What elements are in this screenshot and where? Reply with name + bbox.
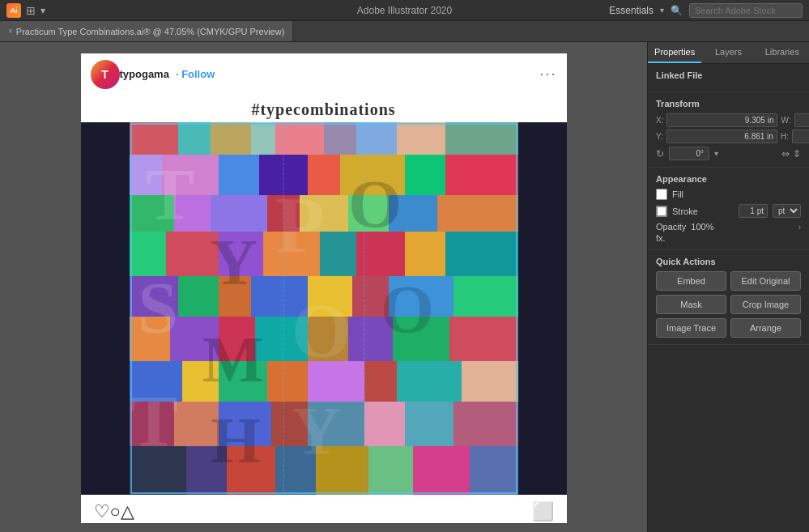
svg-rect-8 — [397, 122, 445, 155]
stroke-label: Stroke — [672, 206, 734, 216]
svg-rect-16 — [405, 155, 445, 195]
yw-row: Y: H: — [656, 130, 801, 143]
comment-icon[interactable]: ○ — [110, 501, 121, 522]
svg-text:O: O — [348, 166, 402, 242]
svg-rect-6 — [324, 122, 356, 155]
xy-row: X: W: — [656, 113, 801, 127]
bookmark-icon[interactable]: ⬜ — [532, 501, 554, 522]
svg-rect-1 — [130, 122, 178, 155]
svg-rect-32 — [405, 232, 445, 276]
transform-section: Transform X: W: Y: H: ↻ ▾ ⇔ — [648, 92, 809, 168]
quick-actions-section: Quick Actions Embed Edit Original Mask C… — [648, 250, 809, 345]
fill-label: Fill — [672, 189, 801, 199]
edit-original-button[interactable]: Edit Original — [730, 271, 801, 291]
w-input[interactable] — [794, 113, 810, 127]
more-options-icon[interactable]: ··· — [539, 66, 556, 83]
flip-h-icon[interactable]: ⇔ — [781, 148, 790, 160]
tab-label: Practicum Type Combinations.ai® @ 47.05%… — [16, 27, 284, 36]
grid-icon[interactable]: ⊞ — [26, 4, 36, 17]
username-area: typogama · Follow — [120, 68, 215, 80]
svg-rect-55 — [364, 361, 397, 402]
app-title-center: Adobe Illustrator 2020 — [357, 5, 452, 16]
stroke-swatch[interactable] — [656, 206, 667, 217]
embed-button[interactable]: Embed — [656, 271, 726, 291]
svg-text:Y: Y — [292, 393, 341, 469]
instagram-post: T typogama · Follow ··· #typecombination… — [81, 53, 567, 523]
rotation-row: ↻ ▾ ⇔ ⇕ — [656, 147, 801, 160]
share-icon[interactable]: △ — [121, 501, 134, 522]
w-label: W: — [781, 116, 790, 125]
panel-tabs: Properties Layers Libraries — [648, 42, 809, 64]
svg-text:T: T — [130, 381, 178, 462]
svg-rect-57 — [462, 361, 518, 402]
search-stock-icon: 🔍 — [671, 5, 683, 16]
y-input[interactable] — [666, 130, 777, 143]
arrange-button[interactable]: Arrange — [730, 318, 801, 338]
stroke-weight-input[interactable] — [739, 204, 768, 218]
nav-dropdown[interactable]: ▾ — [40, 5, 45, 16]
tab-bar: × Practicum Type Combinations.ai® @ 47.0… — [0, 21, 809, 42]
svg-rect-5 — [275, 122, 324, 155]
insta-footer: ♡ ○ △ ⬜ — [81, 495, 567, 523]
h-label: H: — [781, 132, 789, 141]
tab-properties[interactable]: Properties — [648, 42, 701, 63]
h-input[interactable] — [792, 130, 809, 143]
svg-rect-3 — [211, 122, 251, 155]
follow-link[interactable]: · Follow — [176, 68, 215, 80]
svg-rect-49 — [449, 317, 518, 361]
stroke-unit-select[interactable]: pt — [773, 204, 801, 218]
svg-rect-17 — [445, 155, 518, 195]
canvas-area[interactable]: T typogama · Follow ··· #typecombination… — [0, 42, 647, 532]
svg-text:T: T — [146, 155, 194, 235]
svg-rect-56 — [397, 361, 462, 402]
linked-file-section: Linked File — [648, 64, 809, 92]
svg-rect-63 — [364, 402, 405, 446]
right-panel: Properties Layers Libraries Linked File … — [647, 42, 809, 532]
glitch-svg: T Y P O S M O O T H Y — [81, 122, 567, 495]
glitch-image: T Y P O S M O O T H Y — [81, 122, 567, 495]
svg-text:M: M — [202, 324, 264, 395]
tab-layers[interactable]: Layers — [701, 42, 755, 63]
stroke-row: Stroke pt — [656, 204, 801, 218]
rotation-icon: ↻ — [656, 148, 664, 160]
opacity-label: Opacity — [656, 222, 686, 232]
opacity-value: 100% — [691, 222, 793, 232]
svg-rect-4 — [251, 122, 275, 155]
fx-label: fx. — [656, 233, 801, 243]
crop-image-button[interactable]: Crop Image — [730, 295, 801, 314]
svg-text:O: O — [381, 271, 434, 347]
fill-swatch[interactable] — [656, 189, 667, 200]
quick-actions-grid: Embed Edit Original Mask Crop Image Imag… — [656, 271, 801, 338]
search-stock-input[interactable] — [689, 3, 803, 18]
x-input[interactable] — [666, 113, 777, 127]
post-title: #typecombinations — [81, 96, 567, 122]
essentials-label[interactable]: Essentials — [609, 5, 654, 16]
heart-icon[interactable]: ♡ — [94, 501, 110, 522]
svg-rect-65 — [453, 402, 518, 446]
svg-rect-64 — [405, 402, 453, 446]
opacity-row: Opacity 100% › — [656, 222, 801, 232]
image-trace-button[interactable]: Image Trace — [656, 318, 726, 338]
main-area: T typogama · Follow ··· #typecombination… — [0, 42, 809, 532]
essentials-dropdown-icon[interactable]: ▾ — [660, 6, 664, 15]
rotation-dropdown[interactable]: ▾ — [714, 149, 718, 158]
svg-rect-9 — [445, 122, 518, 155]
document-tab[interactable]: × Practicum Type Combinations.ai® @ 47.0… — [0, 21, 293, 41]
svg-rect-7 — [356, 122, 397, 155]
quick-actions-label: Quick Actions — [656, 257, 801, 266]
flip-v-icon[interactable]: ⇕ — [793, 148, 801, 160]
svg-text:H: H — [211, 405, 261, 476]
svg-rect-25 — [437, 195, 518, 232]
tab-close-icon[interactable]: × — [8, 27, 13, 36]
opacity-expand-icon[interactable]: › — [798, 223, 801, 232]
svg-rect-12 — [219, 155, 259, 195]
svg-rect-72 — [413, 446, 470, 495]
mask-button[interactable]: Mask — [656, 295, 726, 314]
avatar: T — [91, 60, 120, 89]
fill-row: Fill — [656, 189, 801, 200]
tab-libraries[interactable]: Libraries — [756, 42, 809, 63]
linked-file-label: Linked File — [656, 70, 801, 80]
transform-label: Transform — [656, 99, 801, 109]
artboard: T typogama · Follow ··· #typecombination… — [81, 53, 567, 523]
rotation-input[interactable] — [669, 147, 709, 160]
